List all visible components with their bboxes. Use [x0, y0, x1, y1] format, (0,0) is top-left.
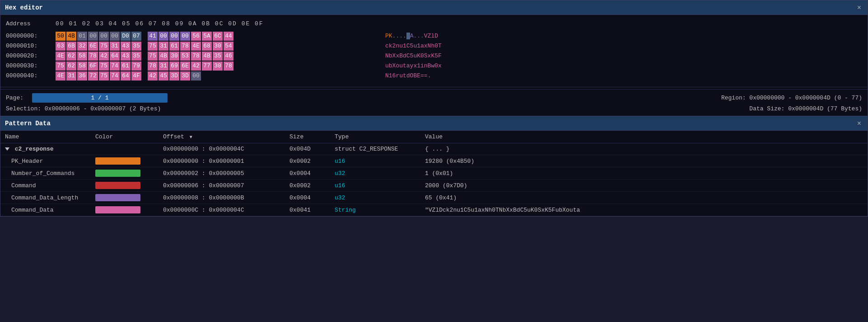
hex-byte[interactable]: 07 — [131, 32, 141, 41]
hex-byte[interactable]: 63 — [56, 42, 65, 51]
hex-byte[interactable]: 75 — [99, 62, 109, 71]
hex-byte[interactable]: 35 — [131, 52, 141, 61]
hex-byte[interactable]: 4B — [66, 32, 76, 41]
hex-byte[interactable]: 4B — [159, 52, 168, 61]
hex-byte[interactable]: 79 — [131, 62, 141, 71]
expand-icon[interactable] — [5, 147, 9, 151]
hex-byte[interactable]: 3D — [169, 71, 179, 80]
hex-byte[interactable]: 6E — [88, 42, 98, 51]
row-offset: 0x00000000 : 0x0000004C — [159, 143, 285, 155]
hex-byte[interactable]: 00 — [169, 32, 179, 41]
hex-byte[interactable]: 30 — [213, 42, 223, 51]
hex-byte[interactable]: 46 — [224, 52, 233, 61]
hex-byte[interactable]: 6F — [88, 62, 98, 71]
hex-byte[interactable]: 00 — [99, 32, 109, 41]
hex-byte[interactable]: 6C — [213, 32, 223, 41]
hex-byte[interactable]: 69 — [169, 62, 179, 71]
hex-byte[interactable]: 53 — [180, 52, 190, 61]
hex-byte[interactable]: 36 — [77, 71, 87, 80]
page-nav[interactable]: 1 / 1 — [32, 93, 168, 103]
hex-byte[interactable]: 75 — [148, 52, 158, 61]
hex-byte[interactable]: 5A — [202, 32, 212, 41]
hex-byte[interactable]: 43 — [121, 42, 131, 51]
col-header-type[interactable]: Type — [330, 131, 420, 143]
hex-byte[interactable]: 75 — [148, 42, 158, 51]
hex-byte[interactable]: 75 — [56, 62, 65, 71]
hex-byte[interactable]: 74 — [110, 71, 120, 80]
hex-byte[interactable]: D0 — [121, 32, 131, 41]
hex-byte[interactable]: 42 — [99, 52, 109, 61]
col-header-name[interactable]: Name — [0, 131, 91, 143]
hex-byte[interactable]: 64 — [121, 71, 131, 80]
hex-byte[interactable]: 45 — [159, 71, 168, 80]
hex-byte[interactable]: 00 — [88, 32, 98, 41]
hex-byte[interactable]: 61 — [121, 62, 131, 71]
table-row[interactable]: c2_response 0x00000000 : 0x0000004C 0x00… — [0, 143, 868, 155]
hex-byte[interactable]: 30 — [213, 62, 223, 71]
hex-byte[interactable]: 74 — [110, 62, 120, 71]
col-header-size[interactable]: Size — [285, 131, 330, 143]
hex-byte[interactable]: 31 — [159, 62, 168, 71]
hex-byte[interactable]: 6E — [180, 62, 190, 71]
col-header-offset[interactable]: Offset ▼ — [159, 131, 285, 143]
hex-byte[interactable]: 78 — [191, 52, 201, 61]
hex-byte[interactable]: 62 — [66, 62, 76, 71]
hex-byte[interactable]: 50 — [56, 32, 65, 41]
ascii-3: ubXoutayx1inBw0x — [381, 62, 862, 71]
hex-byte[interactable]: 64 — [110, 52, 120, 61]
pattern-table: Name Color Offset ▼ Size Type Value — [0, 131, 868, 216]
hex-byte[interactable]: 58 — [77, 62, 87, 71]
hex-byte[interactable]: 61 — [169, 42, 179, 51]
hex-byte[interactable]: 3D — [180, 71, 190, 80]
table-row[interactable]: Command 0x00000006 : 0x00000007 0x0002 u… — [0, 180, 868, 192]
table-row[interactable]: Command_Data_Length 0x00000008 : 0x00000… — [0, 192, 868, 204]
hex-byte[interactable]: 35 — [131, 42, 141, 51]
hex-byte[interactable]: 4E — [56, 71, 65, 80]
hex-byte[interactable]: 58 — [77, 52, 87, 61]
pattern-close-button[interactable]: × — [855, 119, 863, 128]
hex-byte[interactable]: 72 — [88, 71, 98, 80]
hex-byte[interactable]: 78 — [180, 42, 190, 51]
hex-byte[interactable]: 54 — [224, 42, 233, 51]
hex-byte[interactable]: 4E — [191, 42, 201, 51]
hex-byte[interactable]: 42 — [191, 62, 201, 71]
hex-byte[interactable]: 6B — [66, 42, 76, 51]
col-header-color[interactable]: Color — [91, 131, 159, 143]
hex-byte[interactable]: 44 — [224, 32, 233, 41]
table-row[interactable]: Command_Data 0x0000000C : 0x0000004C 0x0… — [0, 204, 868, 216]
hex-byte[interactable]: 78 — [88, 52, 98, 61]
hex-row-0: 00000000: 50 4B 01 00 00 00 D0 07 41 00 … — [6, 32, 862, 41]
hex-byte[interactable]: 75 — [99, 42, 109, 51]
hex-byte[interactable]: 78 — [148, 62, 158, 71]
hex-byte[interactable]: 31 — [159, 42, 168, 51]
hex-byte[interactable]: 32 — [77, 42, 87, 51]
hex-byte[interactable]: 41 — [148, 32, 158, 41]
hex-byte[interactable]: 68 — [202, 42, 212, 51]
col-header-value[interactable]: Value — [420, 131, 868, 143]
hex-byte[interactable]: 31 — [66, 71, 76, 80]
table-row[interactable]: Number_of_Commands 0x00000002 : 0x000000… — [0, 167, 868, 180]
hex-byte[interactable]: 4B — [202, 52, 212, 61]
hex-byte[interactable]: 00 — [191, 71, 201, 80]
hex-byte[interactable]: 43 — [121, 52, 131, 61]
hex-byte[interactable]: 56 — [191, 32, 201, 41]
row-value: 19280 (0x4B50) — [420, 155, 868, 167]
hex-byte[interactable]: 78 — [224, 62, 233, 71]
hex-byte[interactable]: 00 — [110, 32, 120, 41]
row-color — [91, 192, 159, 204]
hex-editor-close-button[interactable]: × — [855, 4, 863, 12]
hex-byte[interactable]: 4E — [56, 52, 65, 61]
hex-byte[interactable]: 42 — [148, 71, 158, 80]
hex-byte[interactable]: 35 — [213, 52, 223, 61]
hex-byte[interactable]: 00 — [180, 32, 190, 41]
hex-byte[interactable]: 00 — [159, 32, 168, 41]
hex-byte[interactable]: 4F — [131, 71, 141, 80]
bytes-header: 00 01 02 03 04 05 06 07 08 09 0A 0B 0C 0… — [56, 20, 264, 27]
hex-byte[interactable]: 31 — [110, 42, 120, 51]
hex-byte[interactable]: 77 — [202, 62, 212, 71]
table-row[interactable]: PK_Header 0x00000000 : 0x00000001 0x0002… — [0, 155, 868, 167]
hex-byte[interactable]: 62 — [66, 52, 76, 61]
hex-byte[interactable]: 75 — [99, 71, 109, 80]
hex-byte[interactable]: 30 — [169, 52, 179, 61]
hex-byte[interactable]: 01 — [77, 32, 87, 41]
